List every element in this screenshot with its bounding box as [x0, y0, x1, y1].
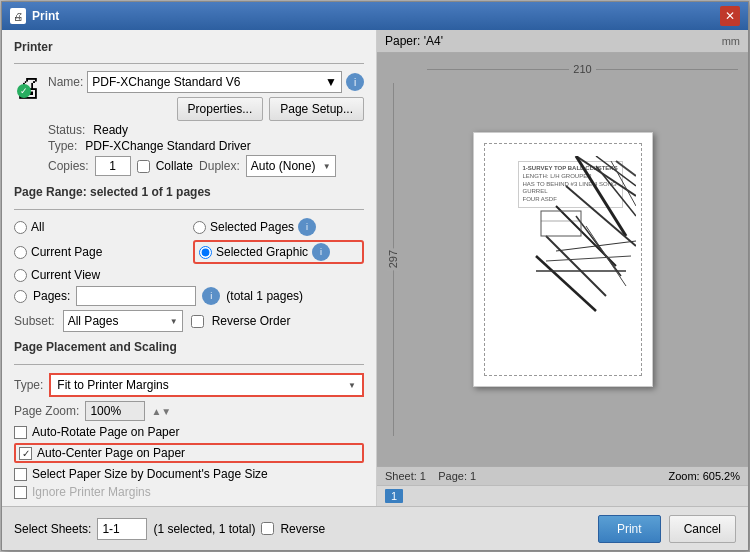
- sheets-input[interactable]: [97, 518, 147, 540]
- duplex-dropdown[interactable]: Auto (None) ▼: [246, 155, 336, 177]
- duplex-arrow: ▼: [323, 162, 331, 171]
- all-label: All: [31, 220, 44, 234]
- placement-type-arrow: ▼: [348, 381, 356, 390]
- selected-pages-info-btn[interactable]: i: [298, 218, 316, 236]
- paper-sheet: 1-SURVEY TOP BALL CLUSTERS LENGTH: L/H G…: [473, 132, 653, 387]
- selected-graphic-info-btn[interactable]: i: [312, 243, 330, 261]
- collate-checkbox[interactable]: [137, 160, 150, 173]
- selected-pages-label: Selected Pages: [210, 220, 294, 234]
- all-radio[interactable]: [14, 221, 27, 234]
- zoom-input[interactable]: [85, 401, 145, 421]
- cancel-button[interactable]: Cancel: [669, 515, 736, 543]
- pages-input[interactable]: [76, 286, 196, 306]
- paper-header: Paper: 'A4' mm: [377, 30, 748, 53]
- current-page-radio-row: Current Page: [14, 240, 185, 264]
- subset-arrow: ▼: [170, 317, 178, 326]
- placement-section-label: Page Placement and Scaling: [14, 340, 364, 354]
- properties-button[interactable]: Properties...: [177, 97, 264, 121]
- current-view-label: Current View: [31, 268, 100, 282]
- printer-name-value: PDF-XChange Standard V6: [92, 75, 240, 89]
- ruler-top-value: 210: [569, 63, 595, 75]
- svg-line-13: [546, 256, 631, 261]
- printer-name-dropdown-arrow: ▼: [325, 75, 337, 89]
- pages-radio[interactable]: [14, 290, 27, 303]
- svg-line-3: [576, 156, 626, 236]
- print-dialog: 🖨 Print ✕ Printer 🖨 ✓ Name:: [1, 1, 749, 551]
- sheet-label: Sheet: 1: [385, 470, 426, 482]
- print-button[interactable]: Print: [598, 515, 661, 543]
- svg-line-11: [536, 256, 596, 311]
- placement-type-value: Fit to Printer Margins: [57, 378, 168, 392]
- auto-rotate-checkbox[interactable]: [14, 426, 27, 439]
- status-label: Status:: [48, 123, 85, 137]
- printer-section-label: Printer: [14, 40, 364, 54]
- pages-row: Pages: i (total 1 pages): [14, 286, 364, 306]
- pages-info-btn[interactable]: i: [202, 287, 220, 305]
- copies-input[interactable]: [95, 156, 131, 176]
- dialog-body: Printer 🖨 ✓ Name: PDF-XChange Standard V…: [2, 30, 748, 506]
- name-label: Name:: [48, 75, 83, 89]
- svg-line-9: [586, 226, 626, 286]
- sketch-svg: [516, 156, 636, 326]
- paper-label: Paper: 'A4': [385, 34, 443, 48]
- selected-graphic-radio[interactable]: [199, 246, 212, 259]
- page-indicator-row: 1: [377, 485, 748, 506]
- selected-graphic-radio-row[interactable]: Selected Graphic i: [193, 240, 364, 264]
- type-row: Type: PDF-XChange Standard Driver: [48, 139, 364, 153]
- zoom-spinner[interactable]: ▲▼: [151, 406, 171, 417]
- printer-section: Printer 🖨 ✓ Name: PDF-XChange Standard V…: [14, 40, 364, 177]
- auto-center-label: Auto-Center Page on Paper: [37, 446, 185, 460]
- left-panel: Printer 🖨 ✓ Name: PDF-XChange Standard V…: [2, 30, 377, 506]
- select-paper-row: Select Paper Size by Document's Page Siz…: [14, 467, 364, 481]
- close-button[interactable]: ✕: [720, 6, 740, 26]
- copies-duplex-row: Copies: Collate Duplex: Auto (None) ▼: [48, 155, 364, 177]
- auto-rotate-label: Auto-Rotate Page on Paper: [32, 425, 179, 439]
- collate-label: Collate: [156, 159, 193, 173]
- type-label: Type:: [48, 139, 77, 153]
- printer-info-button[interactable]: i: [346, 73, 364, 91]
- page-range-label: Page Range: selected 1 of 1 pages: [14, 185, 364, 199]
- placement-type-dropdown[interactable]: Fit to Printer Margins ▼: [49, 373, 364, 397]
- reverse-order-checkbox[interactable]: [191, 315, 204, 328]
- page-range-grid: All Selected Pages i Current Page Select…: [14, 218, 364, 282]
- selected-graphic-label: Selected Graphic: [216, 245, 308, 259]
- reverse-label: Reverse: [280, 522, 325, 536]
- page-setup-button[interactable]: Page Setup...: [269, 97, 364, 121]
- title-bar: 🖨 Print ✕: [2, 2, 748, 30]
- zoom-label: Page Zoom:: [14, 404, 79, 418]
- reverse-checkbox[interactable]: [261, 522, 274, 535]
- select-sheets-area: Select Sheets: (1 selected, 1 total) Rev…: [14, 518, 590, 540]
- type-value: PDF-XChange Standard Driver: [85, 139, 250, 153]
- type-row: Type: Fit to Printer Margins ▼: [14, 373, 364, 397]
- page-range-section: Page Range: selected 1 of 1 pages All Se…: [14, 185, 364, 332]
- page-label: Page: 1: [438, 470, 476, 482]
- current-page-radio[interactable]: [14, 246, 27, 259]
- duplex-value: Auto (None): [251, 159, 316, 173]
- svg-rect-15: [541, 211, 581, 236]
- current-view-radio-row: Current View: [14, 268, 185, 282]
- printer-status-icon: ✓: [17, 84, 31, 98]
- select-paper-label: Select Paper Size by Document's Page Siz…: [32, 467, 268, 481]
- selected-pages-radio[interactable]: [193, 221, 206, 234]
- dialog-title: Print: [32, 9, 59, 23]
- selected-info: (1 selected, 1 total): [153, 522, 255, 536]
- reverse-order-label: Reverse Order: [212, 314, 291, 328]
- current-view-radio[interactable]: [14, 269, 27, 282]
- paper-margin-box: 1-SURVEY TOP BALL CLUSTERS LENGTH: L/H G…: [484, 143, 642, 376]
- printer-details: Name: PDF-XChange Standard V6 ▼ i Proper…: [48, 71, 364, 177]
- subset-dropdown[interactable]: All Pages ▼: [63, 310, 183, 332]
- right-panel: Paper: 'A4' mm 210 297: [377, 30, 748, 506]
- total-label: (total 1 pages): [226, 289, 303, 303]
- paper-bottom-bar: Sheet: 1 Page: 1 Zoom: 605.2%: [377, 466, 748, 485]
- dialog-footer: Select Sheets: (1 selected, 1 total) Rev…: [2, 506, 748, 550]
- ignore-margins-checkbox[interactable]: [14, 486, 27, 499]
- placement-section: Page Placement and Scaling Type: Fit to …: [14, 340, 364, 499]
- select-paper-checkbox[interactable]: [14, 468, 27, 481]
- auto-center-checkbox[interactable]: ✓: [19, 447, 32, 460]
- zoom-row: Page Zoom: ▲▼: [14, 401, 364, 421]
- select-sheets-label: Select Sheets:: [14, 522, 91, 536]
- zoom-info: Zoom: 605.2%: [668, 470, 740, 482]
- print-dialog-icon: 🖨: [10, 8, 26, 24]
- pages-label: Pages:: [33, 289, 70, 303]
- printer-name-dropdown[interactable]: PDF-XChange Standard V6 ▼: [87, 71, 342, 93]
